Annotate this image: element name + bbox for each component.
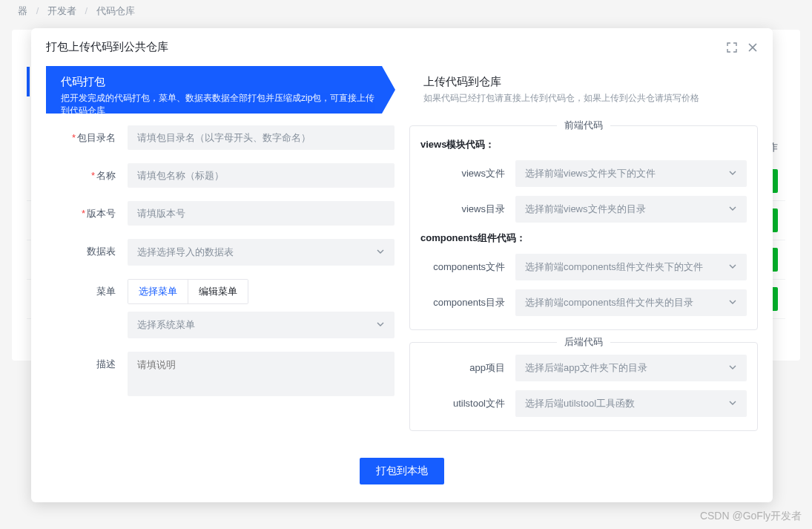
label-views-file: views文件 bbox=[420, 167, 515, 180]
select-views-dir[interactable]: 选择前端views文件夹的目录 bbox=[515, 196, 747, 223]
select-placeholder: 选择后端utilstool工具函数 bbox=[525, 397, 635, 410]
chevron-down-icon bbox=[728, 363, 737, 374]
select-menu[interactable]: 选择系统菜单 bbox=[128, 312, 395, 338]
fieldset-backend: 后端代码 app项目 选择后端app文件夹下的目录 utilstool文件 bbox=[409, 342, 758, 431]
chevron-down-icon bbox=[376, 247, 385, 258]
modal-title: 打包上传代码到公共仓库 bbox=[46, 40, 168, 54]
legend-backend: 后端代码 bbox=[557, 335, 610, 349]
label-name: 名称 bbox=[46, 163, 128, 183]
textarea-desc[interactable] bbox=[128, 352, 395, 396]
input-version[interactable] bbox=[128, 201, 395, 226]
watermark: CSDN @GoFly开发者 bbox=[700, 510, 802, 523]
label-views-dir: views目录 bbox=[420, 203, 515, 216]
select-placeholder: 选择选择导入的数据表 bbox=[137, 246, 234, 259]
step-package[interactable]: 代码打包 把开发完成的代码打包，菜单、数据表数据全部打包并压缩成zip包，可直接… bbox=[46, 66, 395, 114]
label-pkg-dir: 包目录名 bbox=[46, 125, 128, 145]
chevron-down-icon bbox=[728, 168, 737, 180]
tab-select-menu[interactable]: 选择菜单 bbox=[128, 280, 188, 303]
step-desc: 把开发完成的代码打包，菜单、数据表数据全部打包并压缩成zip包，可直接上传到代码… bbox=[61, 92, 380, 117]
heading-components: components组件代码： bbox=[420, 231, 747, 245]
modal-body: 包目录名 名称 版本号 数据表 选择选择导入的数据表 bbox=[31, 114, 773, 458]
select-placeholder: 选择前端components组件文件夹下的文件 bbox=[525, 260, 703, 274]
select-placeholder: 选择前端views文件夹的目录 bbox=[525, 203, 646, 216]
select-comp-file[interactable]: 选择前端components组件文件夹下的文件 bbox=[515, 254, 747, 280]
select-placeholder: 选择前端views文件夹下的文件 bbox=[525, 167, 656, 180]
steps-nav: 代码打包 把开发完成的代码打包，菜单、数据表数据全部打包并压缩成zip包，可直接… bbox=[46, 66, 758, 114]
label-comp-dir: components目录 bbox=[420, 296, 515, 309]
input-name[interactable] bbox=[128, 163, 395, 188]
select-utils[interactable]: 选择后端utilstool工具函数 bbox=[515, 390, 747, 417]
select-views-file[interactable]: 选择前端views文件夹下的文件 bbox=[515, 160, 747, 187]
select-placeholder: 选择后端app文件夹下的目录 bbox=[525, 361, 647, 375]
chevron-down-icon bbox=[728, 204, 737, 215]
chevron-down-icon bbox=[728, 262, 737, 273]
label-desc: 描述 bbox=[46, 352, 128, 371]
close-icon[interactable] bbox=[747, 42, 758, 53]
label-comp-file: components文件 bbox=[420, 260, 515, 274]
legend-frontend: 前端代码 bbox=[557, 119, 610, 132]
chevron-down-icon bbox=[728, 298, 737, 309]
chevron-down-icon bbox=[376, 320, 385, 331]
modal-header: 打包上传代码到公共仓库 bbox=[31, 28, 773, 66]
select-datatable[interactable]: 选择选择导入的数据表 bbox=[128, 239, 395, 266]
modal-footer: 打包到本地 bbox=[31, 458, 773, 502]
step-upload[interactable]: 上传代码到仓库 如果代码已经打包请直接上传到代码仓，如果上传到公共仓请填写价格 bbox=[395, 66, 758, 114]
chevron-down-icon bbox=[728, 398, 737, 410]
tab-edit-menu[interactable]: 编辑菜单 bbox=[188, 280, 248, 303]
heading-views: views模块代码： bbox=[420, 138, 747, 151]
select-placeholder: 选择前端components组件文件夹的目录 bbox=[525, 296, 693, 309]
form-left-column: 包目录名 名称 版本号 数据表 选择选择导入的数据表 bbox=[46, 125, 395, 443]
input-pkg-dir[interactable] bbox=[128, 125, 395, 150]
fieldset-frontend: 前端代码 views模块代码： views文件 选择前端views文件夹下的文件… bbox=[409, 125, 758, 330]
form-right-column: 前端代码 views模块代码： views文件 选择前端views文件夹下的文件… bbox=[409, 125, 758, 443]
select-comp-dir[interactable]: 选择前端components组件文件夹的目录 bbox=[515, 289, 747, 316]
fullscreen-icon[interactable] bbox=[727, 42, 737, 53]
label-utils: utilstool文件 bbox=[420, 397, 515, 410]
step-desc: 如果代码已经打包请直接上传到代码仓，如果上传到公共仓请填写价格 bbox=[423, 92, 743, 105]
label-menu: 菜单 bbox=[46, 279, 128, 298]
submit-button[interactable]: 打包到本地 bbox=[360, 458, 444, 484]
step-title: 上传代码到仓库 bbox=[423, 75, 743, 89]
modal-dialog: 打包上传代码到公共仓库 代码打包 把开发完成的代码打包，菜单、数据表数据全部打包… bbox=[31, 28, 773, 502]
select-app[interactable]: 选择后端app文件夹下的目录 bbox=[515, 355, 747, 381]
label-datatable: 数据表 bbox=[46, 239, 128, 258]
label-version: 版本号 bbox=[46, 201, 128, 220]
step-title: 代码打包 bbox=[61, 75, 380, 89]
menu-tabs: 选择菜单 编辑菜单 bbox=[128, 279, 248, 304]
select-placeholder: 选择系统菜单 bbox=[137, 318, 195, 332]
label-app: app项目 bbox=[420, 361, 515, 375]
